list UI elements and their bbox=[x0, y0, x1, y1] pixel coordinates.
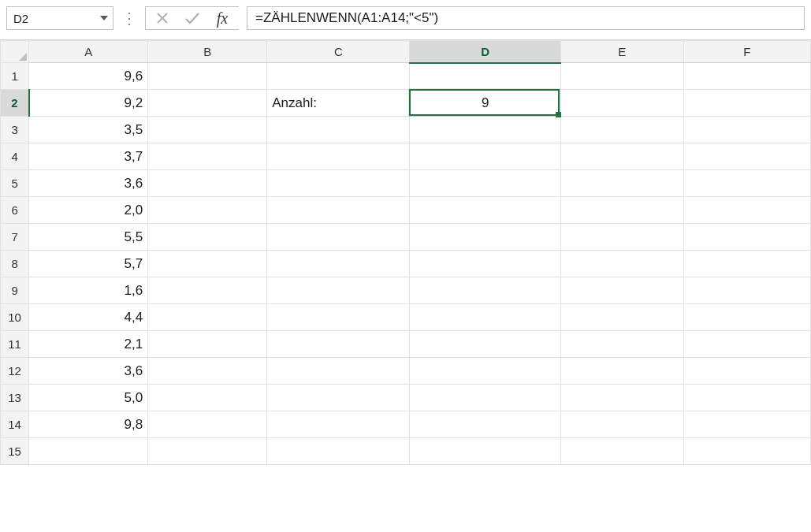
cell-D13[interactable] bbox=[410, 385, 560, 411]
column-header-C[interactable]: C bbox=[267, 41, 410, 63]
cell-E13[interactable] bbox=[560, 385, 683, 411]
column-header-A[interactable]: A bbox=[29, 41, 148, 63]
cell-B3[interactable] bbox=[148, 117, 267, 143]
cell-B14[interactable] bbox=[148, 411, 267, 438]
cell-B6[interactable] bbox=[148, 197, 267, 224]
cell-B13[interactable] bbox=[148, 385, 267, 411]
cell-D9[interactable] bbox=[410, 277, 560, 304]
cell-D8[interactable] bbox=[410, 251, 560, 277]
name-box-dropdown-icon[interactable] bbox=[100, 16, 108, 20]
cell-D6[interactable] bbox=[410, 197, 560, 224]
row-header-6[interactable]: 6 bbox=[1, 197, 29, 224]
cell-F6[interactable] bbox=[683, 197, 810, 224]
cell-A1[interactable]: 9,6 bbox=[29, 63, 148, 90]
cell-F3[interactable] bbox=[683, 117, 810, 143]
cell-E5[interactable] bbox=[560, 170, 683, 197]
cell-B10[interactable] bbox=[148, 304, 267, 331]
cell-B8[interactable] bbox=[148, 251, 267, 277]
cell-F14[interactable] bbox=[683, 411, 810, 438]
cell-E9[interactable] bbox=[560, 277, 683, 304]
cell-C3[interactable] bbox=[267, 117, 410, 143]
cell-E1[interactable] bbox=[560, 63, 683, 90]
cell-A11[interactable]: 2,1 bbox=[29, 331, 148, 358]
cell-E4[interactable] bbox=[560, 143, 683, 170]
cell-C8[interactable] bbox=[267, 251, 410, 277]
cell-D10[interactable] bbox=[410, 304, 560, 331]
cell-D12[interactable] bbox=[410, 358, 560, 385]
cell-B9[interactable] bbox=[148, 277, 267, 304]
cell-B2[interactable] bbox=[148, 90, 267, 117]
cell-B5[interactable] bbox=[148, 170, 267, 197]
cell-D1[interactable] bbox=[410, 63, 560, 90]
cell-F12[interactable] bbox=[683, 358, 810, 385]
cell-E14[interactable] bbox=[560, 411, 683, 438]
cell-F7[interactable] bbox=[683, 224, 810, 251]
cell-C12[interactable] bbox=[267, 358, 410, 385]
cell-E3[interactable] bbox=[560, 117, 683, 143]
cell-A3[interactable]: 3,5 bbox=[29, 117, 148, 143]
cell-C7[interactable] bbox=[267, 224, 410, 251]
cell-E2[interactable] bbox=[560, 90, 683, 117]
cell-C6[interactable] bbox=[267, 197, 410, 224]
column-header-B[interactable]: B bbox=[148, 41, 267, 63]
cell-A8[interactable]: 5,7 bbox=[29, 251, 148, 277]
row-header-13[interactable]: 13 bbox=[1, 385, 29, 411]
enter-button[interactable] bbox=[179, 8, 206, 28]
cell-E8[interactable] bbox=[560, 251, 683, 277]
cell-A2[interactable]: 9,2 bbox=[29, 90, 148, 117]
cell-E15[interactable] bbox=[560, 438, 683, 465]
row-header-9[interactable]: 9 bbox=[1, 277, 29, 304]
cell-F1[interactable] bbox=[683, 63, 810, 90]
cell-C1[interactable] bbox=[267, 63, 410, 90]
cell-B1[interactable] bbox=[148, 63, 267, 90]
cancel-button[interactable] bbox=[149, 8, 176, 28]
cell-D7[interactable] bbox=[410, 224, 560, 251]
row-header-14[interactable]: 14 bbox=[1, 411, 29, 438]
cell-C10[interactable] bbox=[267, 304, 410, 331]
cell-B12[interactable] bbox=[148, 358, 267, 385]
spreadsheet-grid[interactable]: ABCDEF19,629,2Anzahl:933,543,753,662,075… bbox=[0, 40, 811, 465]
cell-A7[interactable]: 5,5 bbox=[29, 224, 148, 251]
cell-D15[interactable] bbox=[410, 438, 560, 465]
row-header-5[interactable]: 5 bbox=[1, 170, 29, 197]
cell-C2[interactable]: Anzahl: bbox=[267, 90, 410, 117]
cell-C14[interactable] bbox=[267, 411, 410, 438]
row-header-2[interactable]: 2 bbox=[1, 90, 29, 117]
cell-A14[interactable]: 9,8 bbox=[29, 411, 148, 438]
row-header-10[interactable]: 10 bbox=[1, 304, 29, 331]
row-header-3[interactable]: 3 bbox=[1, 117, 29, 143]
cell-F5[interactable] bbox=[683, 170, 810, 197]
cell-E12[interactable] bbox=[560, 358, 683, 385]
cell-D4[interactable] bbox=[410, 143, 560, 170]
column-header-D[interactable]: D bbox=[410, 41, 560, 63]
column-header-F[interactable]: F bbox=[683, 41, 810, 63]
cell-B11[interactable] bbox=[148, 331, 267, 358]
cell-C4[interactable] bbox=[267, 143, 410, 170]
cell-B7[interactable] bbox=[148, 224, 267, 251]
row-header-4[interactable]: 4 bbox=[1, 143, 29, 170]
cell-C5[interactable] bbox=[267, 170, 410, 197]
cell-A9[interactable]: 1,6 bbox=[29, 277, 148, 304]
row-header-11[interactable]: 11 bbox=[1, 331, 29, 358]
row-header-12[interactable]: 12 bbox=[1, 358, 29, 385]
cell-F10[interactable] bbox=[683, 304, 810, 331]
cell-E11[interactable] bbox=[560, 331, 683, 358]
name-box[interactable]: D2 bbox=[6, 6, 113, 30]
cell-F15[interactable] bbox=[683, 438, 810, 465]
row-header-15[interactable]: 15 bbox=[1, 438, 29, 465]
cell-A5[interactable]: 3,6 bbox=[29, 170, 148, 197]
row-header-8[interactable]: 8 bbox=[1, 251, 29, 277]
insert-function-button[interactable]: fx bbox=[209, 8, 236, 28]
formula-input[interactable]: =ZÄHLENWENN(A1:A14;"<5") bbox=[247, 6, 805, 30]
cell-F13[interactable] bbox=[683, 385, 810, 411]
cell-C15[interactable] bbox=[267, 438, 410, 465]
cell-E7[interactable] bbox=[560, 224, 683, 251]
cell-A10[interactable]: 4,4 bbox=[29, 304, 148, 331]
cell-F8[interactable] bbox=[683, 251, 810, 277]
cell-E6[interactable] bbox=[560, 197, 683, 224]
cell-F11[interactable] bbox=[683, 331, 810, 358]
cell-A15[interactable] bbox=[29, 438, 148, 465]
cell-F2[interactable] bbox=[683, 90, 810, 117]
row-header-1[interactable]: 1 bbox=[1, 63, 29, 90]
cell-A12[interactable]: 3,6 bbox=[29, 358, 148, 385]
